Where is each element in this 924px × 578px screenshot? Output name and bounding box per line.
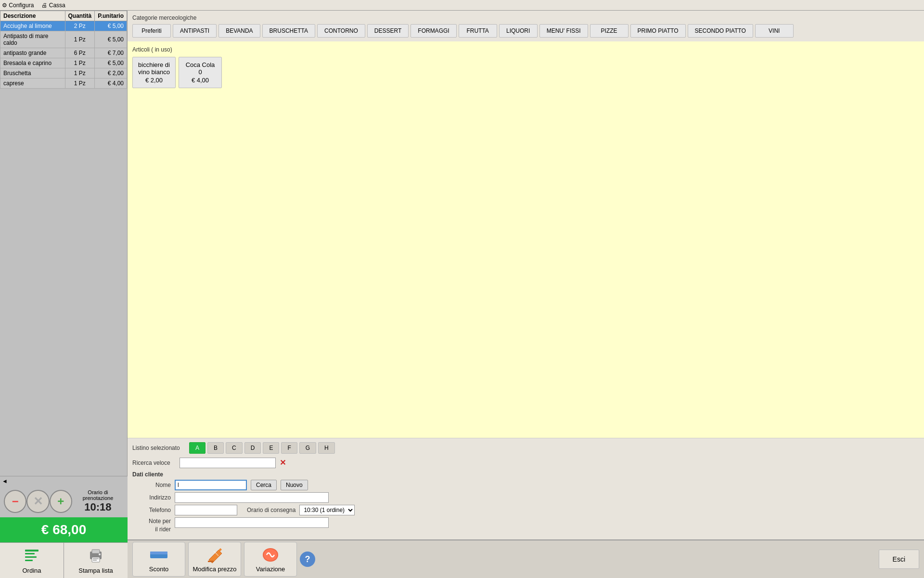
svg-rect-7 [93,558,99,559]
plus-button[interactable]: + [50,490,72,513]
cat-btn-contorno[interactable]: CONTORNO [317,24,365,38]
listino-btn-e[interactable]: E [263,442,279,454]
table-row[interactable]: Bresaola e caprino 1 Pz € 5,00 [0,58,127,68]
cat-btn-secondo-piatto[interactable]: SECONDO PIATTO [688,24,753,38]
articoli-label: Articoli ( in uso) [132,46,919,53]
listino-btn-g[interactable]: G [299,442,316,454]
svg-rect-12 [208,561,214,562]
ordina-label: Ordina [22,567,41,574]
right-panel: Categorie merceologiche PreferitiANTIPAS… [128,11,924,578]
listino-btn-f[interactable]: F [281,442,297,454]
cat-btn-dessert[interactable]: DESSERT [367,24,409,38]
articoli-section: Articoli ( in uso) bicchiere di vino bia… [128,41,924,438]
cat-btn-menu--fissi[interactable]: MENU' FISSI [539,24,588,38]
nome-input[interactable] [175,480,247,490]
cat-btn-bevanda[interactable]: BEVANDA [218,24,260,38]
cell-descrizione: Bresaola e caprino [0,58,65,68]
table-row[interactable]: Acciughe al limone 2 Pz € 5,00 [0,21,127,31]
modifica-icon [205,546,224,564]
stampa-button[interactable]: Stampa lista [64,543,128,578]
stampa-icon [87,547,104,565]
cat-btn-formaggi[interactable]: FORMAGGI [411,24,456,38]
cell-descrizione: Acciughe al limone [0,21,65,31]
table-row[interactable]: Bruschetta 1 Pz € 2,00 [0,68,127,79]
cat-btn-frutta[interactable]: FRUTTA [459,24,497,38]
clear-button[interactable]: ✕ [26,490,49,513]
scroll-left-arrow[interactable]: ◄ [2,478,8,485]
table-row[interactable]: caprese 1 Pz € 4,00 [0,79,127,89]
help-button[interactable]: ? [300,552,315,567]
left-action-buttons: Ordina Stampa lista [0,542,128,578]
top-menubar: ⚙ Configura 🖨 Cassa [0,0,924,11]
svg-rect-1 [25,553,35,554]
ordina-button[interactable]: Ordina [0,543,64,578]
svg-rect-0 [25,550,38,552]
svg-rect-5 [92,550,100,553]
cat-btn-vini[interactable]: VINI [755,24,794,38]
listino-btn-a[interactable]: A [189,442,205,454]
svg-point-9 [99,553,101,555]
ricerca-clear-button[interactable]: ✕ [280,459,286,467]
left-panel: Descrizione Quantità P.unitario Acciughe… [0,11,128,578]
esci-button[interactable]: Esci [879,550,919,569]
cell-quantita: 1 Pz [65,58,95,68]
sconto-button[interactable]: Sconto [132,542,185,577]
cerca-button[interactable]: Cerca [251,480,277,490]
col-quantita: Quantità [65,11,95,21]
minus-button[interactable]: − [4,490,26,513]
cat-btn-liquori[interactable]: LIQUORI [499,24,538,38]
ricerca-input[interactable] [180,458,276,468]
cell-descrizione: caprese [0,79,65,89]
article-bicchiere-di-vino-bianco[interactable]: bicchiere di vino bianco€ 2,00 [132,57,176,88]
categorie-label: Categorie merceologiche [132,14,919,21]
cell-quantita: 1 Pz [65,31,95,48]
ricerca-row: Ricerca veloce ✕ [132,458,919,468]
svg-rect-2 [25,556,37,558]
menu-configura[interactable]: ⚙ Configura [2,2,34,9]
order-table: Descrizione Quantità P.unitario Acciughe… [0,11,128,476]
sconto-label: Sconto [149,565,168,573]
cell-prezzo: € 2,00 [95,68,127,79]
categorie-buttons: PreferitiANTIPASTIBEVANDABRUSCHETTACONTO… [132,24,919,38]
table-row[interactable]: Antipasto di mare caldo 1 Pz € 5,00 [0,31,127,48]
modifica-button[interactable]: Modifica prezzo [188,542,241,577]
article-coca-cola-0[interactable]: Coca Cola 0€ 4,00 [179,57,222,88]
listino-btn-h[interactable]: H [318,442,335,454]
ordina-icon [23,547,40,565]
dati-cliente-label: Dati cliente [132,471,919,478]
listino-btn-c[interactable]: C [226,442,243,454]
svg-rect-8 [93,560,97,561]
orario-consegna-select[interactable]: 10:30 (1 ordine) 11:00 (0 ordini) 11:30 … [299,505,355,515]
articoli-grid: bicchiere di vino bianco€ 2,00Coca Cola … [132,57,919,88]
total-bar[interactable]: € 68,00 [0,517,128,542]
orario-value: 10:18 [72,501,124,513]
cell-prezzo: € 5,00 [95,21,127,31]
cat-btn-preferiti[interactable]: Preferiti [132,24,171,38]
nuovo-button[interactable]: Nuovo [281,480,308,490]
col-punitario: P.unitario [95,11,127,21]
categorie-section: Categorie merceologiche PreferitiANTIPAS… [128,11,924,41]
indirizzo-input[interactable] [175,492,329,503]
cell-descrizione: antipasto grande [0,48,65,58]
cat-btn-pizze[interactable]: PIZZE [590,24,629,38]
telefono-label: Telefono [132,507,171,513]
table-row[interactable]: antipasto grande 6 Pz € 7,00 [0,48,127,58]
orario-consegna-label: Orario di consegna [247,507,295,513]
sconto-icon [149,546,168,564]
cat-btn-antipasti[interactable]: ANTIPASTI [173,24,217,38]
variazione-button[interactable]: Variazione [244,542,297,577]
bottom-section: Listino selezionato ABCDEFGH Ricerca vel… [128,438,924,539]
listino-btn-d[interactable]: D [244,442,261,454]
cell-descrizione: Bruschetta [0,68,65,79]
cell-quantita: 6 Pz [65,48,95,58]
svg-rect-3 [25,560,33,561]
telefono-input[interactable] [175,505,237,515]
orario-label: Orario di prenotazione [72,489,124,501]
bottom-action-bar: Sconto Modifica prezzo [128,539,924,578]
cat-btn-bruschetta[interactable]: BRUSCHETTA [262,24,315,38]
note-input[interactable] [175,517,329,528]
cell-quantita: 1 Pz [65,79,95,89]
listino-btn-b[interactable]: B [207,442,224,454]
menu-cassa[interactable]: 🖨 Cassa [41,2,65,9]
cat-btn-primo-piatto[interactable]: PRIMO PIATTO [630,24,686,38]
